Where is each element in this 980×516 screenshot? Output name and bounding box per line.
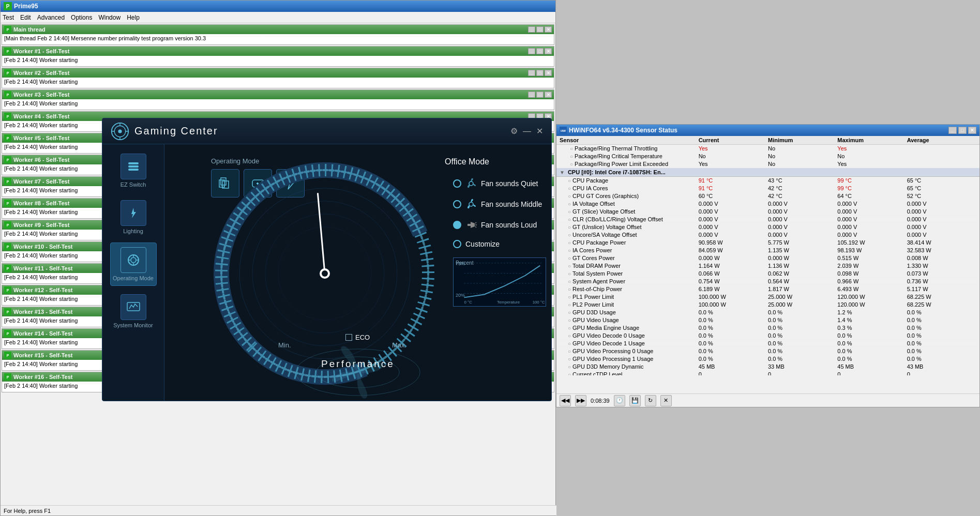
fan-middle-option[interactable]: Fan sounds Middle	[453, 199, 546, 210]
worker-close-3[interactable]: ✕	[545, 92, 552, 98]
hwinfo-row-1-6: ○ GT (Unslice) Voltage Offset 0.000 V 0.…	[556, 223, 979, 231]
eco-checkbox[interactable]	[345, 334, 352, 341]
sensor-minimum: 0.000 V	[768, 216, 837, 222]
hwinfo-row-1-1: ○ CPU IA Cores 91 °C 42 °C 99 °C 65 °C	[556, 185, 979, 192]
svg-point-38	[118, 129, 122, 133]
main-thread-close[interactable]: ✕	[545, 26, 552, 33]
gc-logo-icon	[111, 122, 129, 141]
fan-quiet-option[interactable]: Fan sounds Quiet	[453, 178, 546, 189]
svg-text:0 °C: 0 °C	[464, 300, 472, 305]
sensor-minimum: No	[768, 145, 837, 151]
main-thread-content: [Main thread Feb 2 14:40] Mersenne numbe…	[2, 34, 554, 44]
worker-title-15: Worker #15 - Self-Test	[13, 352, 73, 358]
hwinfo-close[interactable]: ✕	[968, 127, 976, 134]
hwinfo-reset-icon[interactable]: ↻	[645, 395, 656, 406]
hwinfo-row-1-7: ○ Uncore/SA Voltage Offset 0.000 V 0.000…	[556, 231, 979, 239]
fan-middle-radio[interactable]	[453, 200, 461, 208]
svg-text:P: P	[7, 245, 9, 249]
fan-loud-option[interactable]: Fan sounds Loud	[453, 219, 546, 231]
sensor-minimum: 5.775 W	[768, 239, 837, 246]
hwinfo-clock-icon[interactable]: 🕐	[614, 395, 625, 406]
sensor-label: ○ GPU Video Decode 1 Usage	[560, 340, 699, 346]
hwinfo-close-btn[interactable]: ✕	[660, 395, 672, 406]
hwinfo-restore[interactable]: □	[958, 127, 967, 134]
hwinfo-minimize[interactable]: _	[948, 127, 957, 134]
menu-help[interactable]: Help	[127, 14, 140, 21]
worker-icon-11: P	[4, 265, 11, 272]
sensor-current: 0.000 V	[699, 232, 768, 238]
worker-maximize-3[interactable]: □	[536, 92, 544, 98]
sensor-maximum: 1.2 %	[837, 309, 907, 315]
hwinfo-nav-fwd[interactable]: ▶▶	[575, 395, 586, 406]
sensor-current: 0.000 V	[699, 224, 768, 230]
menu-options[interactable]: Options	[71, 14, 92, 21]
gc-close-btn[interactable]: ✕	[536, 126, 543, 136]
sensor-maximum: Yes	[837, 145, 907, 151]
main-thread-maximize[interactable]: □	[536, 26, 544, 33]
worker-icon-9: P	[4, 221, 11, 229]
sensor-minimum: 0.0 %	[768, 340, 837, 346]
worker-minimize-1[interactable]: _	[528, 48, 535, 54]
sensor-current: 0.0 %	[699, 356, 768, 362]
worker-title-4: Worker #4 - Self-Test	[13, 113, 69, 119]
worker-minimize-2[interactable]: _	[528, 70, 535, 76]
svg-point-70	[322, 270, 328, 277]
col-current: Current	[699, 137, 768, 143]
fan-loud-radio[interactable]	[453, 221, 461, 229]
worker-title-8: Worker #8 - Self-Test	[13, 200, 69, 206]
fan-customize-option[interactable]: Customize	[453, 240, 546, 248]
hwinfo-save-icon[interactable]: 💾	[629, 395, 641, 406]
sidebar-item-lighting[interactable]: Lighting	[110, 196, 157, 238]
sensor-label: ○ Package/Ring Thermal Throttling	[560, 145, 699, 151]
svg-text:P: P	[7, 93, 9, 97]
menu-window[interactable]: Window	[98, 14, 120, 21]
prime95-menubar: Test Edit Advanced Options Window Help	[1, 12, 555, 23]
fan-loud-icon	[465, 219, 477, 231]
menu-advanced[interactable]: Advanced	[37, 14, 65, 21]
fan-customize-label[interactable]: Customize	[465, 240, 500, 248]
sensor-current: 0.754 W	[699, 278, 768, 284]
gc-minimize-btn[interactable]: —	[523, 127, 531, 136]
fan-quiet-radio[interactable]	[453, 179, 461, 188]
sensor-maximum: 0.0 %	[837, 348, 907, 354]
worker-minimize-3[interactable]: _	[528, 92, 535, 98]
menu-test[interactable]: Test	[3, 14, 14, 21]
worker-maximize-2[interactable]: □	[536, 70, 544, 76]
hwinfo-row-1-10: ○ GT Cores Power 0.000 W 0.000 W 0.515 W…	[556, 254, 979, 262]
hwinfo-row-1-25: ○ Current cTDP Level 0 0 0 0	[556, 371, 979, 375]
worker-close-2[interactable]: ✕	[545, 70, 552, 76]
sensor-label: ○ CPU Package	[560, 177, 699, 184]
sensor-average: 0.000 V	[907, 232, 976, 238]
hwinfo-row-1-12: ○ Total System Power 0.066 W 0.062 W 0.0…	[556, 270, 979, 278]
sensor-maximum: 0.000 V	[837, 232, 907, 238]
worker-icon-15: P	[4, 352, 11, 359]
sidebar-item-system-monitor[interactable]: System Monitor	[110, 290, 157, 332]
sensor-average	[907, 153, 976, 159]
sensor-minimum: 0.000 V	[768, 201, 837, 207]
main-thread-minimize[interactable]: _	[528, 26, 535, 33]
hwinfo-row-1-3: ○ IA Voltage Offset 0.000 V 0.000 V 0.00…	[556, 200, 979, 208]
eco-checkbox-container[interactable]: ECO	[345, 333, 370, 341]
worker-title-3: Worker #3 - Self-Test	[13, 92, 69, 98]
hwinfo-row-1-22: ○ GPU Video Processing 0 Usage 0.0 % 0.0…	[556, 347, 979, 355]
sidebar-item-operating-mode[interactable]: Operating Mode	[110, 242, 157, 286]
sensor-minimum: 0.000 W	[768, 255, 837, 261]
sensor-label: ○ GPU Media Engine Usage	[560, 325, 699, 331]
worker-window-3: P Worker #3 - Self-Test _ □ ✕ [Feb 2 14:…	[2, 89, 554, 110]
sensor-maximum: 0.000 V	[837, 208, 907, 215]
worker-maximize-1[interactable]: □	[536, 48, 544, 54]
sensor-current: 0.0 %	[699, 309, 768, 315]
sidebar-item-ez-switch[interactable]: EZ Switch	[110, 149, 157, 192]
sensor-average: 0.073 W	[907, 270, 976, 277]
col-average: Average	[907, 137, 976, 143]
gc-settings-btn[interactable]: ⚙	[510, 126, 518, 136]
sensor-average: 0.0 %	[907, 325, 976, 331]
menu-edit[interactable]: Edit	[20, 14, 31, 21]
worker-close-1[interactable]: ✕	[545, 48, 552, 54]
fan-customize-radio[interactable]	[453, 240, 461, 248]
worker-titlebar-1: P Worker #1 - Self-Test _ □ ✕	[2, 47, 554, 56]
sensor-minimum: 1.136 W	[768, 263, 837, 269]
gc-titlebar-btns: ⚙ — ✕	[510, 126, 543, 136]
hwinfo-nav-back[interactable]: ◀◀	[560, 395, 571, 406]
worker-icon-4: P	[4, 113, 11, 120]
